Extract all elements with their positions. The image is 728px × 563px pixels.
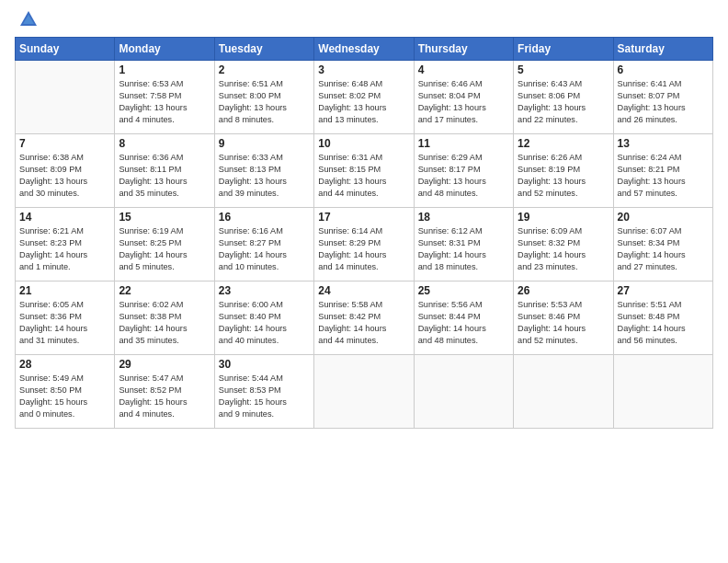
table-row: 10Sunrise: 6:31 AMSunset: 8:15 PMDayligh… [314, 134, 414, 208]
col-friday: Friday [514, 38, 613, 61]
table-row: 29Sunrise: 5:47 AMSunset: 8:52 PMDayligh… [115, 355, 214, 429]
col-monday: Monday [115, 38, 214, 61]
table-row: 30Sunrise: 5:44 AMSunset: 8:53 PMDayligh… [214, 355, 313, 429]
cell-info: Sunrise: 6:09 AMSunset: 8:32 PMDaylight:… [518, 225, 609, 273]
cell-info: Sunrise: 6:02 AMSunset: 8:38 PMDaylight:… [119, 299, 210, 347]
day-number: 14 [19, 211, 110, 224]
cell-info: Sunrise: 6:41 AMSunset: 8:07 PMDaylight:… [618, 78, 709, 126]
table-row: 22Sunrise: 6:02 AMSunset: 8:38 PMDayligh… [115, 282, 214, 355]
logo [15, 9, 39, 29]
cell-info: Sunrise: 6:19 AMSunset: 8:25 PMDaylight:… [119, 225, 210, 273]
day-number: 11 [418, 137, 509, 150]
day-number: 30 [219, 358, 310, 371]
table-row: 17Sunrise: 6:14 AMSunset: 8:29 PMDayligh… [314, 208, 414, 282]
cell-info: Sunrise: 6:16 AMSunset: 8:27 PMDaylight:… [219, 225, 310, 273]
cell-info: Sunrise: 5:51 AMSunset: 8:48 PMDaylight:… [618, 299, 709, 347]
cell-info: Sunrise: 6:24 AMSunset: 8:21 PMDaylight:… [618, 152, 709, 200]
day-number: 10 [318, 137, 409, 150]
cell-info: Sunrise: 6:00 AMSunset: 8:40 PMDaylight:… [219, 299, 310, 347]
day-number: 3 [318, 63, 409, 76]
day-number: 23 [219, 284, 310, 297]
table-row: 11Sunrise: 6:29 AMSunset: 8:17 PMDayligh… [414, 134, 513, 208]
table-row: 15Sunrise: 6:19 AMSunset: 8:25 PMDayligh… [115, 208, 214, 282]
cell-info: Sunrise: 6:07 AMSunset: 8:34 PMDaylight:… [618, 225, 709, 273]
table-row [514, 355, 613, 429]
day-number: 22 [119, 284, 210, 297]
day-number: 6 [618, 63, 709, 76]
table-row: 4Sunrise: 6:46 AMSunset: 8:04 PMDaylight… [414, 61, 513, 134]
day-number: 17 [318, 211, 409, 224]
table-row: 25Sunrise: 5:56 AMSunset: 8:44 PMDayligh… [414, 282, 513, 355]
table-row: 12Sunrise: 6:26 AMSunset: 8:19 PMDayligh… [514, 134, 613, 208]
day-number: 18 [418, 211, 509, 224]
calendar-table: Sunday Monday Tuesday Wednesday Thursday… [15, 37, 713, 429]
col-sunday: Sunday [16, 38, 115, 61]
calendar-week-row: 28Sunrise: 5:49 AMSunset: 8:50 PMDayligh… [16, 355, 713, 429]
table-row: 20Sunrise: 6:07 AMSunset: 8:34 PMDayligh… [613, 208, 712, 282]
table-row: 28Sunrise: 5:49 AMSunset: 8:50 PMDayligh… [16, 355, 115, 429]
table-row: 26Sunrise: 5:53 AMSunset: 8:46 PMDayligh… [514, 282, 613, 355]
page: Sunday Monday Tuesday Wednesday Thursday… [0, 0, 728, 563]
day-number: 8 [119, 137, 210, 150]
col-tuesday: Tuesday [214, 38, 313, 61]
day-number: 5 [518, 63, 609, 76]
cell-info: Sunrise: 6:29 AMSunset: 8:17 PMDaylight:… [418, 152, 509, 200]
cell-info: Sunrise: 5:49 AMSunset: 8:50 PMDaylight:… [19, 373, 110, 420]
cell-info: Sunrise: 6:51 AMSunset: 8:00 PMDaylight:… [219, 78, 310, 126]
table-row: 18Sunrise: 6:12 AMSunset: 8:31 PMDayligh… [414, 208, 513, 282]
table-row [16, 61, 115, 134]
cell-info: Sunrise: 5:47 AMSunset: 8:52 PMDaylight:… [119, 373, 210, 420]
cell-info: Sunrise: 6:21 AMSunset: 8:23 PMDaylight:… [19, 225, 110, 273]
cell-info: Sunrise: 6:33 AMSunset: 8:13 PMDaylight:… [219, 152, 310, 200]
cell-info: Sunrise: 5:44 AMSunset: 8:53 PMDaylight:… [219, 373, 310, 420]
cell-info: Sunrise: 6:53 AMSunset: 7:58 PMDaylight:… [119, 78, 210, 126]
table-row: 9Sunrise: 6:33 AMSunset: 8:13 PMDaylight… [214, 134, 313, 208]
day-number: 1 [119, 63, 210, 76]
calendar-week-row: 14Sunrise: 6:21 AMSunset: 8:23 PMDayligh… [16, 208, 713, 282]
col-thursday: Thursday [414, 38, 513, 61]
cell-info: Sunrise: 6:05 AMSunset: 8:36 PMDaylight:… [19, 299, 110, 347]
day-number: 15 [119, 211, 210, 224]
day-number: 9 [219, 137, 310, 150]
table-row: 2Sunrise: 6:51 AMSunset: 8:00 PMDaylight… [214, 61, 313, 134]
table-row: 8Sunrise: 6:36 AMSunset: 8:11 PMDaylight… [115, 134, 214, 208]
day-number: 12 [518, 137, 609, 150]
table-row: 16Sunrise: 6:16 AMSunset: 8:27 PMDayligh… [214, 208, 313, 282]
cell-info: Sunrise: 6:14 AMSunset: 8:29 PMDaylight:… [318, 225, 409, 273]
calendar-week-row: 7Sunrise: 6:38 AMSunset: 8:09 PMDaylight… [16, 134, 713, 208]
col-saturday: Saturday [613, 38, 712, 61]
day-number: 25 [418, 284, 509, 297]
day-number: 2 [219, 63, 310, 76]
table-row [414, 355, 513, 429]
table-row: 27Sunrise: 5:51 AMSunset: 8:48 PMDayligh… [613, 282, 712, 355]
table-row [613, 355, 712, 429]
cell-info: Sunrise: 6:48 AMSunset: 8:02 PMDaylight:… [318, 78, 409, 126]
day-number: 29 [119, 358, 210, 371]
logo-icon [18, 9, 39, 29]
cell-info: Sunrise: 6:31 AMSunset: 8:15 PMDaylight:… [318, 152, 409, 200]
calendar-header-row: Sunday Monday Tuesday Wednesday Thursday… [16, 38, 713, 61]
table-row: 7Sunrise: 6:38 AMSunset: 8:09 PMDaylight… [16, 134, 115, 208]
table-row: 1Sunrise: 6:53 AMSunset: 7:58 PMDaylight… [115, 61, 214, 134]
cell-info: Sunrise: 6:43 AMSunset: 8:06 PMDaylight:… [518, 78, 609, 126]
calendar-week-row: 1Sunrise: 6:53 AMSunset: 7:58 PMDaylight… [16, 61, 713, 134]
cell-info: Sunrise: 6:46 AMSunset: 8:04 PMDaylight:… [418, 78, 509, 126]
table-row [314, 355, 414, 429]
cell-info: Sunrise: 5:58 AMSunset: 8:42 PMDaylight:… [318, 299, 409, 347]
table-row: 21Sunrise: 6:05 AMSunset: 8:36 PMDayligh… [16, 282, 115, 355]
day-number: 7 [19, 137, 110, 150]
day-number: 27 [618, 284, 709, 297]
cell-info: Sunrise: 6:38 AMSunset: 8:09 PMDaylight:… [19, 152, 110, 200]
cell-info: Sunrise: 6:26 AMSunset: 8:19 PMDaylight:… [518, 152, 609, 200]
table-row: 14Sunrise: 6:21 AMSunset: 8:23 PMDayligh… [16, 208, 115, 282]
table-row: 23Sunrise: 6:00 AMSunset: 8:40 PMDayligh… [214, 282, 313, 355]
day-number: 28 [19, 358, 110, 371]
calendar-week-row: 21Sunrise: 6:05 AMSunset: 8:36 PMDayligh… [16, 282, 713, 355]
cell-info: Sunrise: 6:12 AMSunset: 8:31 PMDaylight:… [418, 225, 509, 273]
day-number: 19 [518, 211, 609, 224]
cell-info: Sunrise: 5:56 AMSunset: 8:44 PMDaylight:… [418, 299, 509, 347]
header [15, 9, 713, 29]
table-row: 5Sunrise: 6:43 AMSunset: 8:06 PMDaylight… [514, 61, 613, 134]
day-number: 16 [219, 211, 310, 224]
table-row: 19Sunrise: 6:09 AMSunset: 8:32 PMDayligh… [514, 208, 613, 282]
